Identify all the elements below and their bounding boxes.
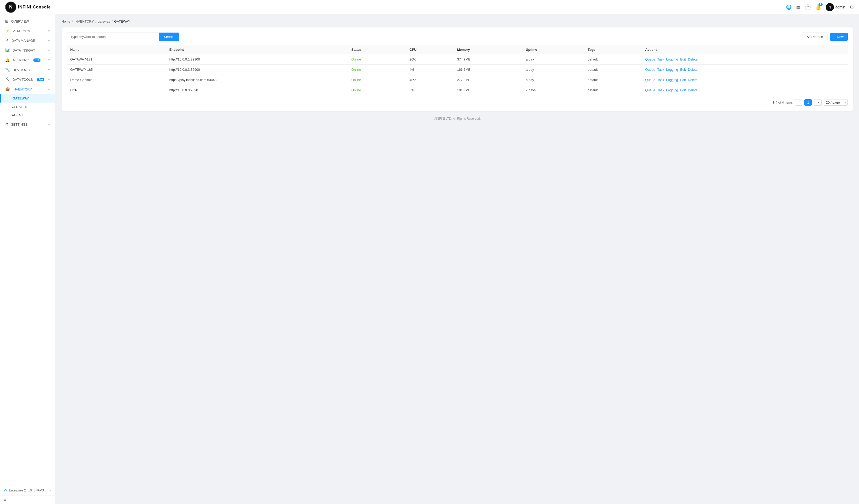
action-logging[interactable]: Logging bbox=[666, 68, 678, 72]
sidebar-item-data-tools[interactable]: 🔨 DATA TOOLS Pro ∨ bbox=[0, 75, 55, 85]
sidebar-item-label: DATA MANAGE bbox=[12, 39, 35, 43]
sidebar-item-cluster[interactable]: CLUSTER bbox=[0, 103, 55, 111]
sidebar-item-platform[interactable]: ⚡ PLATFORM ∨ bbox=[0, 26, 55, 36]
action-queue[interactable]: Queue bbox=[645, 58, 655, 61]
page-1-button[interactable]: 1 bbox=[804, 99, 812, 106]
cell-cpu: 3% bbox=[406, 85, 454, 95]
sidebar-item-data-manage[interactable]: 🗄 DATA MANAGE ∨ bbox=[0, 36, 55, 45]
logo-text: INFINI Console bbox=[18, 5, 51, 10]
main-content: Home / INVENTORY / gateway / GATEWAY Sea… bbox=[55, 14, 859, 504]
cell-actions: QueueTaskLoggingEditDelete bbox=[642, 54, 848, 65]
cell-memory: 374.7MB bbox=[454, 54, 522, 65]
cell-status: Online bbox=[348, 75, 406, 85]
breadcrumb-inventory[interactable]: INVENTORY bbox=[74, 19, 94, 23]
action-edit[interactable]: Edit bbox=[680, 58, 685, 61]
action-task[interactable]: Task bbox=[657, 78, 664, 82]
breadcrumb-gateway-lower[interactable]: gateway bbox=[98, 19, 110, 23]
sidebar: ⊞ OVERVIEW ⚡ PLATFORM ∨ 🗄 DATA MANAGE ∨ bbox=[0, 14, 55, 504]
action-task[interactable]: Task bbox=[657, 88, 664, 92]
cell-name: GATEWAY-185 bbox=[67, 65, 166, 75]
breadcrumb: Home / INVENTORY / gateway / GATEWAY bbox=[62, 19, 853, 23]
sidebar-item-overview[interactable]: ⊞ OVERVIEW bbox=[0, 16, 55, 26]
action-delete[interactable]: Delete bbox=[688, 68, 698, 72]
cell-cpu: 26% bbox=[406, 54, 454, 65]
action-edit[interactable]: Edit bbox=[680, 88, 685, 92]
refresh-icon: ↻ bbox=[807, 35, 810, 39]
notification-icon[interactable]: 🔔 9 bbox=[815, 4, 821, 10]
page-size-wrapper: 20 / page 50 / page 100 / page bbox=[824, 99, 848, 106]
table-row: GATAWAY-181 http://10.0.0.1:32900 Online… bbox=[67, 54, 848, 65]
action-task[interactable]: Task bbox=[657, 68, 664, 72]
next-page-button[interactable]: > bbox=[814, 99, 822, 106]
breadcrumb-current: GATEWAY bbox=[114, 19, 130, 23]
cell-status: Online bbox=[348, 54, 406, 65]
page-size-select[interactable]: 20 / page 50 / page 100 / page bbox=[824, 99, 848, 106]
cell-memory: 191.0MB bbox=[454, 85, 522, 95]
sidebar-footer[interactable]: ◇ Enterprise (1.5.0_SNAPS... > bbox=[0, 485, 55, 495]
action-edit[interactable]: Edit bbox=[680, 68, 685, 72]
sidebar-item-gateway[interactable]: GATEWAY bbox=[0, 94, 55, 103]
sidebar-item-dev-tools[interactable]: 🔧 DEV TOOLS ∨ bbox=[0, 65, 55, 75]
col-cpu: CPU bbox=[406, 45, 454, 54]
cell-uptime: a day bbox=[522, 54, 584, 65]
cell-name: Demo-Console bbox=[67, 75, 166, 85]
col-status: Status bbox=[348, 45, 406, 54]
cell-endpoint: https://play.infinilabs.com:64443 bbox=[166, 75, 348, 85]
action-delete[interactable]: Delete bbox=[688, 88, 698, 92]
cell-cpu: 48% bbox=[406, 75, 454, 85]
action-delete[interactable]: Delete bbox=[688, 78, 698, 82]
cell-tags: default bbox=[584, 54, 642, 65]
cell-uptime: 7 days bbox=[522, 85, 584, 95]
search-area: Search bbox=[67, 33, 179, 41]
cell-name: CCR bbox=[67, 85, 166, 95]
sidebar-item-agent[interactable]: AGENT bbox=[0, 111, 55, 120]
sidebar-item-alerting[interactable]: 🔔 ALERTING Pro ∨ bbox=[0, 55, 55, 65]
col-endpoint: Endpoint bbox=[166, 45, 348, 54]
pagination-summary: 1-4 of 4 items bbox=[772, 101, 793, 104]
avatar: N bbox=[826, 3, 834, 11]
cell-actions: QueueTaskLoggingEditDelete bbox=[642, 65, 848, 75]
global-settings-icon[interactable]: ⚙ bbox=[850, 4, 854, 10]
action-queue[interactable]: Queue bbox=[645, 88, 655, 92]
data-insight-icon: 📊 bbox=[5, 48, 10, 52]
user-menu[interactable]: N admin bbox=[826, 3, 845, 11]
copyright: ©INFINI.LTD, All Rights Reserved. bbox=[434, 117, 481, 121]
cell-endpoint: http://10.0.0.1:32900 bbox=[166, 54, 348, 65]
sidebar-item-label: ALERTING bbox=[13, 58, 29, 62]
action-delete[interactable]: Delete bbox=[688, 58, 698, 61]
sidebar-item-settings[interactable]: ⚙ SETTINGS ∨ bbox=[0, 120, 55, 129]
table-row: GATEWAY-185 http://10.0.0.3:32900 Online… bbox=[67, 65, 848, 75]
prev-page-button[interactable]: < bbox=[795, 99, 803, 106]
sidebar-item-data-insight[interactable]: 📊 DATA INSIGHT ∨ bbox=[0, 45, 55, 55]
search-input[interactable] bbox=[67, 33, 159, 41]
cell-name: GATAWAY-181 bbox=[67, 54, 166, 65]
action-logging[interactable]: Logging bbox=[666, 78, 678, 82]
sidebar-toggle[interactable]: ≡ bbox=[0, 495, 55, 504]
action-logging[interactable]: Logging bbox=[666, 58, 678, 61]
action-queue[interactable]: Queue bbox=[645, 68, 655, 72]
action-task[interactable]: Task bbox=[657, 58, 664, 61]
data-tools-icon: 🔨 bbox=[5, 77, 10, 82]
layout-icon[interactable]: ▦ bbox=[796, 4, 800, 10]
table-body: GATAWAY-181 http://10.0.0.1:32900 Online… bbox=[67, 54, 848, 95]
new-button[interactable]: + New bbox=[830, 33, 848, 41]
breadcrumb-home[interactable]: Home bbox=[62, 19, 71, 23]
cell-actions: QueueTaskLoggingEditDelete bbox=[642, 85, 848, 95]
action-edit[interactable]: Edit bbox=[680, 78, 685, 82]
help-icon[interactable]: ? bbox=[805, 4, 811, 10]
chevron-down-icon: ∨ bbox=[48, 39, 50, 42]
sidebar-item-inventory[interactable]: 📦 INVENTORY ∧ bbox=[0, 85, 55, 94]
globe-icon[interactable]: 🌐 bbox=[786, 4, 792, 10]
toolbar-right: ↻ Refresh + New bbox=[803, 33, 848, 41]
action-queue[interactable]: Queue bbox=[645, 78, 655, 82]
sidebar-nav: ⊞ OVERVIEW ⚡ PLATFORM ∨ 🗄 DATA MANAGE ∨ bbox=[0, 14, 55, 485]
cell-uptime: a day bbox=[522, 75, 584, 85]
notification-badge: 9 bbox=[818, 3, 823, 6]
chevron-down-icon: ∨ bbox=[48, 49, 50, 52]
overview-icon: ⊞ bbox=[5, 19, 9, 24]
cell-cpu: 4% bbox=[406, 65, 454, 75]
search-button[interactable]: Search bbox=[159, 33, 179, 41]
refresh-button[interactable]: ↻ Refresh bbox=[803, 33, 827, 41]
action-logging[interactable]: Logging bbox=[666, 88, 678, 92]
username: admin bbox=[835, 5, 845, 9]
